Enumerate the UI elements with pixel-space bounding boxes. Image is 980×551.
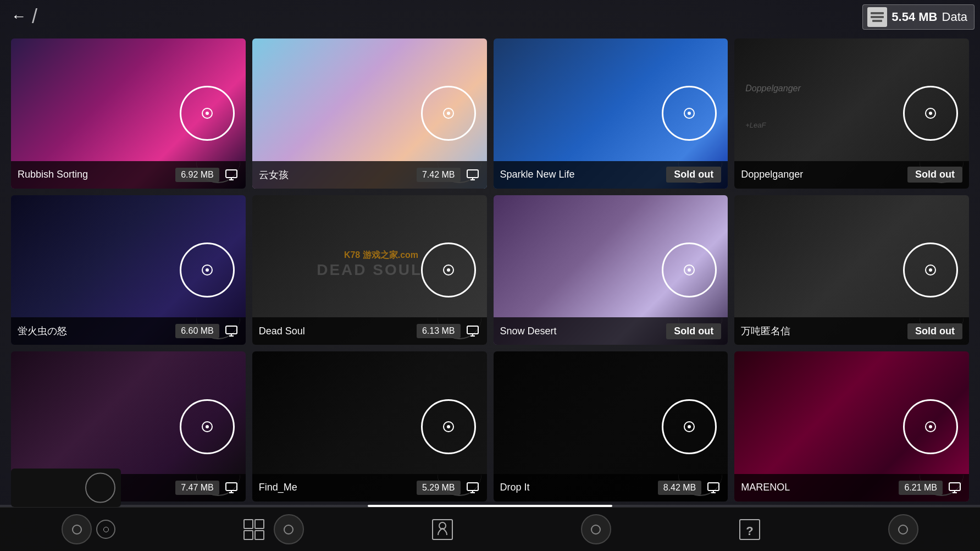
song-title: Drop It xyxy=(500,482,654,493)
dead-soul-text-overlay: DEAD SOUL xyxy=(317,261,422,279)
svg-rect-12 xyxy=(226,483,237,491)
library-icon xyxy=(239,514,269,544)
disc-icon xyxy=(421,86,476,141)
song-title: 万吨匿名信 xyxy=(741,324,903,338)
song-title: Sparkle New Life xyxy=(500,169,662,180)
song-title: Rubbish Sorting xyxy=(18,169,171,180)
disc-icon xyxy=(662,86,717,141)
svg-rect-26 xyxy=(244,531,253,539)
svg-rect-18 xyxy=(708,483,719,491)
song-size: 6.13 MB xyxy=(417,324,461,338)
data-label: Data xyxy=(942,10,967,24)
song-size: 5.29 MB xyxy=(417,481,461,495)
disc-icon xyxy=(421,399,476,454)
sold-out-badge: Sold out xyxy=(907,167,962,183)
song-card-firefly[interactable]: 蛍火虫の怒 6.60 MB xyxy=(11,195,246,345)
song-card-snow-desert[interactable]: Snow Desert Sold out xyxy=(494,195,728,345)
character-icon xyxy=(427,514,457,544)
nav-item-disc-3[interactable] xyxy=(581,514,611,544)
song-size: 6.21 MB xyxy=(899,481,943,495)
download-icon[interactable] xyxy=(465,167,480,183)
back-button[interactable]: ← xyxy=(11,8,26,25)
data-indicator: 5.54 MB Data xyxy=(862,4,975,30)
disc-icon xyxy=(903,86,958,141)
download-icon[interactable] xyxy=(465,480,480,495)
song-title: Snow Desert xyxy=(500,326,662,337)
svg-rect-3 xyxy=(467,170,478,178)
nav-item-character[interactable] xyxy=(427,514,457,544)
disc-icon xyxy=(421,243,476,297)
disc-icon xyxy=(903,399,958,454)
sold-out-badge: Sold out xyxy=(666,323,721,339)
bottom-navigation: ? xyxy=(0,507,980,551)
data-storage-icon xyxy=(867,7,887,27)
song-title: MARENOL xyxy=(741,482,894,493)
svg-rect-27 xyxy=(255,531,264,539)
song-grid: Rubbish Sorting 6.92 MB xyxy=(5,33,975,507)
nav-disc-4 xyxy=(888,514,918,544)
download-icon[interactable] xyxy=(465,323,480,339)
song-card-drop-it[interactable]: Drop It 8.42 MB xyxy=(494,351,728,502)
svg-text:?: ? xyxy=(746,524,753,538)
disc-icon xyxy=(180,86,235,141)
download-icon[interactable] xyxy=(224,480,239,495)
song-card-rubbish-sorting[interactable]: Rubbish Sorting 6.92 MB xyxy=(11,38,246,189)
song-size: 7.47 MB xyxy=(175,481,219,495)
song-title: Doppelganger xyxy=(741,169,903,180)
nav-item-help[interactable]: ? xyxy=(734,514,765,544)
song-size: 8.42 MB xyxy=(658,481,702,495)
disc-icon xyxy=(662,243,717,297)
download-icon[interactable] xyxy=(224,323,239,339)
sold-out-badge: Sold out xyxy=(907,323,962,339)
song-size: 6.60 MB xyxy=(175,324,219,338)
song-size: 6.92 MB xyxy=(175,168,219,182)
nav-disc-2 xyxy=(274,514,304,544)
song-title: 蛍火虫の怒 xyxy=(18,324,171,338)
download-icon[interactable] xyxy=(947,480,962,495)
song-card-wan-tun[interactable]: 万吨匿名信 Sold out xyxy=(734,195,969,345)
svg-rect-25 xyxy=(255,520,264,528)
nav-item-disc-4[interactable] xyxy=(888,514,918,544)
song-title: Find_Me xyxy=(259,482,412,493)
nav-play-button[interactable] xyxy=(96,520,115,539)
top-bar: ← / 5.54 MB Data xyxy=(0,0,980,33)
disc-icon xyxy=(180,399,235,454)
song-card-yun-nv-hai[interactable]: 云女孩 7.42 MB xyxy=(252,38,487,189)
nav-disc-1 xyxy=(62,514,92,544)
svg-rect-24 xyxy=(244,520,253,528)
song-title: 云女孩 xyxy=(259,168,412,181)
svg-rect-0 xyxy=(226,170,237,178)
download-icon[interactable] xyxy=(706,480,721,495)
download-icon[interactable] xyxy=(224,167,239,183)
song-card-doppelganger[interactable]: Doppelganger +LeaF Doppelganger Sold out xyxy=(734,38,969,189)
disc-icon xyxy=(662,399,717,454)
nav-item-library[interactable] xyxy=(239,514,304,544)
song-card-find-me[interactable]: Find_Me 5.29 MB xyxy=(252,351,487,502)
nav-disc-3 xyxy=(581,514,611,544)
svg-rect-15 xyxy=(467,483,478,491)
disc-icon xyxy=(903,243,958,297)
disc-icon xyxy=(180,243,235,297)
watermark: K78 游戏之家.com xyxy=(344,249,418,261)
song-title: Dead Soul xyxy=(259,326,412,337)
svg-rect-21 xyxy=(949,483,960,491)
sold-out-badge: Sold out xyxy=(666,167,721,183)
song-card-marenol[interactable]: MARENOL 6.21 MB xyxy=(734,351,969,502)
nav-item-disc-1[interactable] xyxy=(62,514,115,544)
data-size: 5.54 MB xyxy=(892,10,937,24)
help-icon: ? xyxy=(734,514,765,544)
song-card-sparkle-new-life[interactable]: Sparkle New Life Sold out xyxy=(494,38,728,189)
svg-rect-6 xyxy=(226,326,237,334)
separator-slash: / xyxy=(32,5,37,28)
svg-rect-9 xyxy=(467,326,478,334)
song-size: 7.42 MB xyxy=(417,168,461,182)
partial-card-left xyxy=(11,469,121,507)
song-card-dead-soul[interactable]: DEAD SOUL Dead Soul 6.13 MB K78 xyxy=(252,195,487,345)
